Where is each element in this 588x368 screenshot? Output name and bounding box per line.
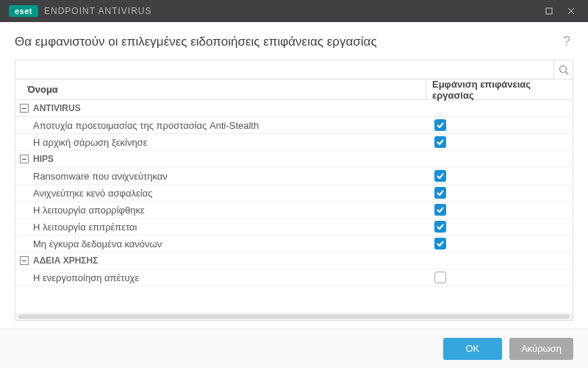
check-icon (436, 188, 445, 197)
close-button[interactable] (560, 0, 582, 22)
check-icon (436, 222, 445, 231)
col-name-header[interactable]: Όνομα (15, 84, 426, 95)
table-row[interactable]: Η αρχική σάρωση ξεκίνησε (15, 134, 573, 151)
table-row[interactable]: Μη έγκυρα δεδομένα κανόνων (15, 236, 573, 252)
item-check-cell (426, 204, 573, 216)
item-label: Η λειτουργία επιτρέπεται (15, 222, 426, 233)
item-label: Ransomware που ανιχνεύτηκαν (15, 171, 426, 182)
table-row[interactable]: Η ενεργοποίηση απέτυχε (15, 269, 573, 286)
checkbox[interactable] (434, 272, 446, 283)
table-row[interactable]: Αποτυχία προετοιμασίας της προστασίας An… (15, 117, 573, 134)
checkbox[interactable] (434, 170, 446, 182)
checkbox[interactable] (434, 238, 446, 250)
table-row[interactable]: Ransomware που ανιχνεύτηκαν (15, 168, 573, 185)
table-body[interactable]: −ANTIVIRUSΑποτυχία προετοιμασίας της προ… (15, 100, 573, 313)
group-row[interactable]: −HIPS (15, 151, 573, 168)
checkbox[interactable] (434, 119, 446, 131)
checkbox[interactable] (434, 221, 446, 233)
item-check-cell (426, 119, 573, 131)
check-icon (436, 138, 445, 146)
search-input[interactable] (15, 61, 553, 78)
item-check-cell (426, 136, 573, 148)
titlebar: eset ENDPOINT ANTIVIRUS (0, 0, 588, 22)
table-row[interactable]: Η λειτουργία απορρίφθηκε (15, 202, 573, 219)
collapse-icon[interactable]: − (20, 104, 29, 113)
item-label: Ανιχνεύτηκε κενό ασφαλείας (15, 188, 426, 199)
minimize-icon (545, 7, 553, 15)
table-row[interactable]: Ανιχνεύτηκε κενό ασφαλείας (15, 185, 573, 202)
minimize-button[interactable] (538, 0, 560, 22)
dialog-footer: OK Ακύρωση (0, 328, 588, 368)
svg-point-3 (559, 66, 566, 72)
item-label: Η αρχική σάρωση ξεκίνησε (15, 137, 426, 148)
collapse-icon[interactable]: − (20, 256, 29, 265)
item-check-cell (426, 238, 573, 250)
check-icon (436, 239, 445, 248)
group-label: ΑΔΕΙΑ ΧΡΗΣΗΣ (33, 255, 573, 266)
svg-line-4 (565, 71, 568, 74)
table-row[interactable]: Η λειτουργία επιτρέπεται (15, 219, 573, 236)
item-check-cell (426, 272, 573, 283)
checkbox[interactable] (434, 187, 446, 199)
table-header: Όνομα Εμφάνιση επιφάνειας εργασίας (15, 79, 573, 100)
group-row[interactable]: −ΑΔΕΙΑ ΧΡΗΣΗΣ (15, 252, 573, 269)
item-label: Μη έγκυρα δεδομένα κανόνων (15, 238, 426, 250)
check-icon (436, 171, 445, 180)
brand-badge: eset (9, 5, 38, 17)
col-desktop-header[interactable]: Εμφάνιση επιφάνειας εργασίας (426, 79, 573, 99)
search-button[interactable] (553, 60, 573, 79)
item-label: Αποτυχία προετοιμασίας της προστασίας An… (15, 120, 426, 131)
search-icon (559, 65, 569, 75)
ok-button[interactable]: OK (443, 338, 502, 360)
checkbox[interactable] (434, 204, 446, 216)
group-row[interactable]: −ANTIVIRUS (15, 100, 573, 117)
group-label: HIPS (33, 154, 573, 164)
cancel-button[interactable]: Ακύρωση (509, 338, 573, 360)
page-header: Θα εμφανιστούν οι επιλεγμένες ειδοποιήσε… (0, 22, 588, 60)
notifications-panel: Όνομα Εμφάνιση επιφάνειας εργασίας −ANTI… (15, 60, 573, 321)
svg-rect-0 (546, 8, 552, 14)
item-label: Η ενεργοποίηση απέτυχε (15, 272, 426, 283)
product-name: ENDPOINT ANTIVIRUS (44, 6, 151, 16)
collapse-icon[interactable]: − (20, 155, 29, 163)
group-label: ANTIVIRUS (33, 103, 573, 113)
help-icon[interactable]: ? (560, 31, 573, 52)
checkbox[interactable] (434, 136, 446, 148)
horizontal-scrollbar-thumb[interactable] (18, 314, 570, 319)
item-check-cell (426, 187, 573, 199)
close-icon (567, 7, 575, 15)
item-label: Η λειτουργία απορρίφθηκε (15, 205, 426, 216)
page-title: Θα εμφανιστούν οι επιλεγμένες ειδοποιήσε… (15, 35, 377, 49)
check-icon (436, 121, 445, 130)
search-row (15, 60, 573, 79)
item-check-cell (426, 221, 573, 233)
check-icon (436, 205, 445, 214)
horizontal-scrollbar[interactable] (15, 313, 573, 320)
item-check-cell (426, 170, 573, 182)
